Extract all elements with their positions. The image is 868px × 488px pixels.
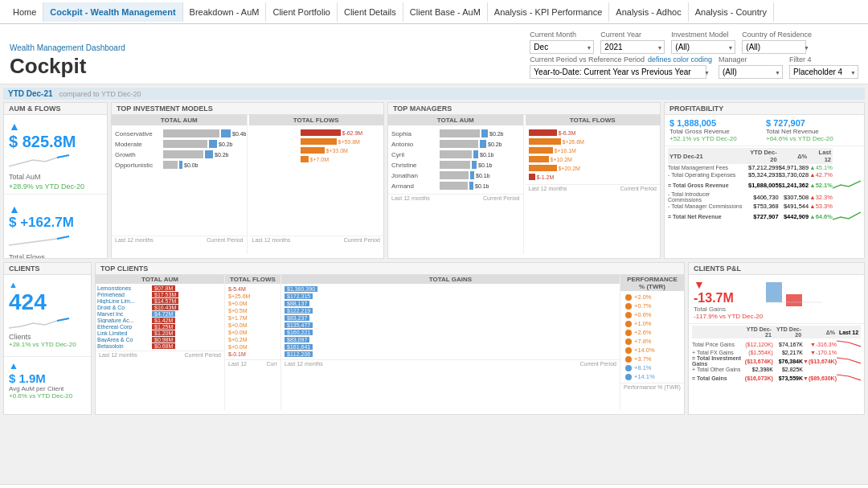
country-select[interactable]: (All) bbox=[742, 40, 806, 54]
total-aum-change: +28.9% vs YTD Dec-20 bbox=[9, 182, 102, 191]
nav-breakdown-aum[interactable]: Breakdown - AuM bbox=[183, 2, 267, 22]
table-row: = Total Gains($16,073K)$73,559K▼($89,630… bbox=[692, 372, 861, 383]
aum-sparkline bbox=[9, 152, 73, 168]
table-row: - Total Introducer Commissions$406,730$3… bbox=[668, 191, 861, 203]
managers-header: TOP MANAGERS bbox=[388, 103, 660, 115]
avg-aum-value: $ 1.9M bbox=[9, 371, 86, 385]
avg-aum-arrow: ▲ bbox=[9, 360, 18, 371]
color-coding-info: defines color coding bbox=[648, 55, 712, 64]
managers-card: TOP MANAGERS TOTAL AUM Sophia$0.2b Anton… bbox=[387, 102, 661, 259]
avg-aum-label: Avg AuM per Client bbox=[9, 385, 86, 392]
net-revenue-change: +64.6% vs YTD Dec-20 bbox=[766, 135, 859, 142]
total-flows-value: $ +162.7M bbox=[9, 215, 102, 231]
current-month-label: Current Month bbox=[530, 31, 594, 39]
table-row: Total Management Fees$7,212,299$4,971,38… bbox=[668, 164, 861, 171]
table-row: = Total Investment Gains($13,674K)$76,38… bbox=[692, 355, 861, 367]
period-select[interactable]: Year-to-Date: Current Year vs Previous Y… bbox=[530, 65, 706, 79]
nav-home[interactable]: Home bbox=[6, 2, 43, 22]
total-flows-label: Total Flows bbox=[9, 253, 102, 259]
clients-arrow-icon: ▲ bbox=[9, 280, 18, 289]
clients-sparkline bbox=[9, 315, 73, 331]
flows-sparkline bbox=[9, 232, 73, 248]
current-year-label: Current Year bbox=[600, 31, 665, 39]
gross-revenue-value: $ 1,888,005 bbox=[669, 118, 763, 128]
svg-rect-1 bbox=[786, 294, 802, 306]
clients-pl-header: CLIENTS P&L bbox=[689, 263, 864, 275]
nav-client-base[interactable]: Client Base - AuM bbox=[403, 2, 488, 22]
nav-analysis-kpi[interactable]: Analysis - KPI Performance bbox=[488, 2, 610, 22]
nav-analysis-country[interactable]: Analysis - Country bbox=[689, 2, 774, 22]
aum-flows-card: AuM & FLOWS ▲ $ 825.8M Total AuM +28.9% … bbox=[3, 102, 108, 259]
profitability-header: PROFITABILITY bbox=[665, 103, 864, 115]
gross-revenue-change: +52.1% vs YTD Dec-20 bbox=[669, 135, 763, 142]
nav-analysis-adhoc[interactable]: Analysis - Adhoc bbox=[609, 2, 688, 22]
gross-revenue-label: Total Gross Revenue bbox=[669, 128, 763, 135]
net-revenue-label: Total Net Revenue bbox=[766, 128, 859, 135]
filter-panel: Current Month Dec Current Year 2021 Inve… bbox=[530, 31, 858, 79]
nav-client-portfolio[interactable]: Client Portfolio bbox=[266, 2, 338, 22]
country-label: Country of Residence bbox=[742, 31, 812, 39]
inv-models-aum-header: TOTAL AUM bbox=[112, 115, 247, 125]
current-month-select[interactable]: Dec bbox=[530, 40, 594, 54]
aum-flows-header: AuM & FLOWS bbox=[4, 103, 107, 115]
table-row: + Total FX Gains($1,554K)$2,217K▼-170.1% bbox=[692, 350, 861, 355]
investment-model-label: Investment Model bbox=[671, 31, 735, 39]
clients-pl-card: CLIENTS P&L ▼ -13.7M Total Gains -117.9%… bbox=[688, 262, 865, 415]
period-ytd: YTD Dec-21 bbox=[8, 89, 53, 98]
clients-count: 424 bbox=[9, 289, 86, 315]
aum-arrow-icon: ▲ bbox=[9, 120, 20, 133]
svg-rect-0 bbox=[766, 282, 782, 302]
top-clients-card: TOP CLIENTS TOTAL AUM Lemonstones$07.8M … bbox=[95, 262, 685, 415]
clients-header: CLIENTS bbox=[4, 263, 91, 275]
nav-client-details[interactable]: Client Details bbox=[338, 2, 403, 22]
manager-label: Manager bbox=[719, 55, 783, 64]
filter4-label: Filter 4 bbox=[789, 55, 858, 64]
manager-select[interactable]: (All) bbox=[719, 65, 783, 79]
period-compare: compared to YTD Dec-20 bbox=[59, 90, 141, 98]
filter4-select[interactable]: Placeholder 4 bbox=[789, 65, 858, 79]
investment-models-header: TOP INVESTMENT MODELS bbox=[112, 103, 383, 115]
table-row: - Total Operating Expenses$5,324,293$3,7… bbox=[668, 171, 861, 178]
flows-arrow-icon: ▲ bbox=[9, 203, 20, 215]
clients-count-change: +28.1% vs YTD Dec-20 bbox=[9, 341, 86, 348]
period-label: Current Period vs Reference Period bbox=[530, 55, 645, 64]
profitability-card: PROFITABILITY $ 1,888,005 Total Gross Re… bbox=[664, 102, 865, 259]
clients-count-label: Clients bbox=[9, 333, 86, 341]
total-gains-change: -117.9% vs YTD Dec-20 bbox=[694, 313, 763, 320]
investment-model-select[interactable]: (All) bbox=[671, 40, 735, 54]
page-title: Cockpit bbox=[10, 54, 125, 79]
navigation-bar: Home Cockpit - Wealth Management Breakdo… bbox=[0, 0, 868, 24]
total-aum-value: $ 825.8M bbox=[9, 133, 102, 150]
table-row: + Total Other Gains$2,398K$2,825K bbox=[692, 367, 861, 372]
page-subtitle: Wealth Management Dashboard bbox=[10, 43, 125, 52]
total-gains-arrow: ▼ bbox=[694, 278, 763, 291]
page-footer: Tableau | Wealth Management Dashboard | … bbox=[0, 484, 868, 488]
avg-aum-change: +0.6% vs YTD Dec-20 bbox=[9, 392, 86, 400]
table-row: - Total Manager Commissions$753,368$491,… bbox=[668, 203, 861, 210]
current-year-select[interactable]: 2021 bbox=[600, 40, 665, 54]
total-gains-value: -13.7M bbox=[694, 291, 763, 306]
total-aum-label: Total AuM bbox=[9, 173, 102, 181]
pl-chart bbox=[766, 278, 822, 306]
nav-cockpit[interactable]: Cockpit - Wealth Management bbox=[43, 2, 182, 22]
inv-models-flows-header: TOTAL FLOWS bbox=[249, 115, 384, 125]
clients-card: CLIENTS ▲ 424 Clients +28.1% vs YTD Dec-… bbox=[3, 262, 92, 415]
main-content: YTD Dec-21 compared to YTD Dec-20 AuM & … bbox=[0, 84, 868, 484]
net-revenue-value: $ 727,907 bbox=[766, 118, 859, 128]
table-row: = Total Net Revenue$727,907$442,909▲64.6… bbox=[668, 210, 861, 223]
page-header: Wealth Management Dashboard Cockpit Curr… bbox=[0, 24, 868, 84]
total-gains-label: Total Gains bbox=[694, 306, 763, 313]
investment-models-card: TOP INVESTMENT MODELS TOTAL AUM Conserva… bbox=[111, 102, 384, 259]
table-row: = Total Gross Revenue$1,888,005$1,241,36… bbox=[668, 178, 861, 191]
table-row: Total Price Gains($12,120K)$74,167K▼-316… bbox=[692, 338, 861, 350]
top-clients-header: TOP CLIENTS bbox=[96, 263, 684, 275]
